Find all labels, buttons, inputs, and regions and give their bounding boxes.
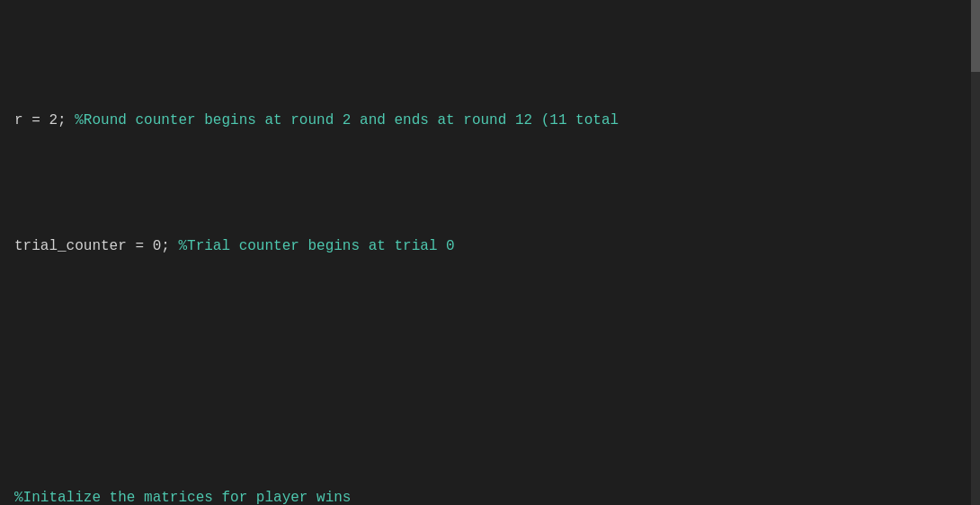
scrollbar-thumb[interactable] xyxy=(971,0,980,72)
code-comment: %Round counter begins at round 2 and end… xyxy=(75,108,619,133)
code-editor[interactable]: r = 2; %Round counter begins at round 2 … xyxy=(0,0,980,505)
scrollbar[interactable] xyxy=(971,0,980,505)
code-token: r = 2; xyxy=(14,108,75,133)
code-token: trial_counter = 0; xyxy=(14,234,178,259)
code-line-2: trial_counter = 0; %Trial counter begins… xyxy=(14,234,966,259)
code-line-3 xyxy=(14,359,966,385)
code-line-1: r = 2; %Round counter begins at round 2 … xyxy=(14,108,966,133)
code-comment: %Trial counter begins at trial 0 xyxy=(178,234,454,259)
code-comment: %Initalize the matrices for player wins xyxy=(14,485,351,505)
code-line-4: %Initalize the matrices for player wins xyxy=(14,485,966,505)
code-content: r = 2; %Round counter begins at round 2 … xyxy=(0,7,980,505)
